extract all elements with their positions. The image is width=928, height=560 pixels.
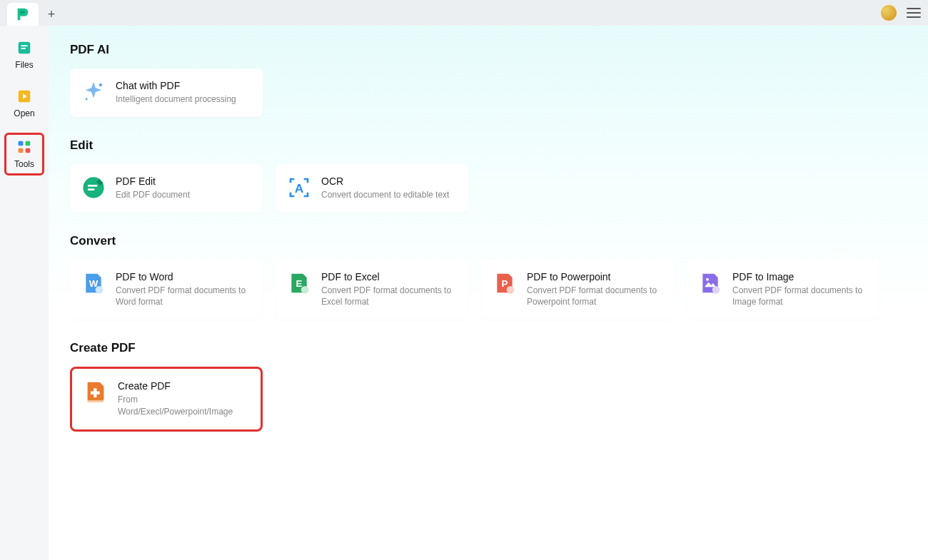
sparkle-icon (81, 80, 106, 104)
app-logo-icon (15, 6, 31, 22)
svg-rect-5 (19, 141, 24, 146)
card-title: PDF to Powerpoint (527, 271, 662, 282)
card-title: PDF Edit (116, 175, 190, 187)
main-area: Files Open Tools PDF AI Chat with PDF (0, 26, 928, 560)
card-row: W PDF to Word Convert PDF format documen… (70, 260, 907, 320)
image-icon (698, 271, 722, 295)
svg-rect-12 (88, 185, 97, 187)
create-pdf-icon (84, 380, 108, 404)
card-desc: From Word/Execl/Powerpoint/Image (118, 394, 249, 418)
svg-point-9 (99, 83, 102, 86)
svg-text:E: E (296, 278, 303, 289)
svg-rect-26 (91, 392, 100, 394)
titlebar: + (0, 0, 928, 26)
hamburger-menu-icon[interactable] (907, 6, 921, 20)
files-icon (16, 40, 32, 56)
card-text: PDF to Word Convert PDF format documents… (116, 271, 251, 309)
card-text: PDF Edit Edit PDF document (116, 175, 190, 201)
card-text: PDF to Excel Convert PDF format document… (321, 271, 457, 309)
powerpoint-icon: P (493, 271, 517, 295)
word-icon: W (81, 271, 106, 295)
card-title: PDF to Word (116, 271, 251, 282)
svg-text:A: A (295, 180, 304, 195)
user-avatar[interactable] (881, 5, 897, 21)
card-text: Create PDF From Word/Execl/Powerpoint/Im… (118, 380, 249, 418)
card-pdf-to-image[interactable]: PDF to Image Convert PDF format document… (687, 260, 879, 320)
card-desc: Convert document to editable text (321, 189, 449, 201)
card-row: Chat with PDF Intelligent document proce… (70, 68, 907, 117)
sidebar-item-label: Files (15, 60, 33, 70)
card-pdf-to-powerpoint[interactable]: P PDF to Powerpoint Convert PDF format d… (481, 260, 674, 320)
card-desc: Convert PDF format documents to Image fo… (732, 285, 868, 309)
card-title: Create PDF (118, 380, 249, 392)
card-desc: Convert PDF format documents to Word for… (116, 285, 251, 309)
svg-rect-7 (19, 148, 24, 153)
open-icon (16, 88, 32, 104)
card-desc: Intelligent document processing (116, 93, 236, 106)
sidebar-item-tools[interactable]: Tools (4, 133, 44, 175)
card-text: PDF to Image Convert PDF format document… (732, 271, 868, 309)
svg-rect-1 (21, 45, 27, 46)
svg-point-21 (507, 286, 515, 294)
svg-point-24 (712, 286, 720, 294)
svg-rect-13 (88, 188, 94, 190)
svg-rect-6 (26, 141, 31, 146)
card-title: OCR (321, 175, 449, 187)
ocr-icon: A (287, 175, 311, 200)
card-desc: Convert PDF format documents to Excel fo… (321, 285, 457, 309)
svg-rect-2 (21, 48, 25, 49)
card-text: OCR Convert document to editable text (321, 175, 449, 201)
app-home-tab[interactable] (7, 3, 39, 26)
card-title: Chat with PDF (116, 80, 236, 91)
titlebar-left: + (7, 0, 64, 26)
section-title-createpdf: Create PDF (70, 341, 907, 355)
sidebar-item-open[interactable]: Open (4, 84, 44, 123)
svg-point-19 (301, 286, 309, 294)
card-chat-with-pdf[interactable]: Chat with PDF Intelligent document proce… (70, 68, 263, 117)
sidebar-item-label: Tools (14, 159, 34, 169)
pdf-edit-icon (81, 175, 106, 200)
titlebar-right (881, 5, 921, 21)
svg-rect-8 (26, 148, 31, 153)
card-title: PDF to Excel (321, 271, 457, 282)
card-row: Create PDF From Word/Execl/Powerpoint/Im… (70, 367, 907, 432)
card-pdf-to-excel[interactable]: E PDF to Excel Convert PDF format docume… (276, 260, 468, 320)
svg-text:P: P (502, 278, 508, 289)
sidebar-item-files[interactable]: Files (4, 36, 44, 74)
card-desc: Edit PDF document (116, 189, 190, 201)
card-create-pdf[interactable]: Create PDF From Word/Execl/Powerpoint/Im… (70, 367, 263, 432)
svg-point-23 (706, 278, 709, 280)
card-pdf-edit[interactable]: PDF Edit Edit PDF document (70, 164, 263, 213)
content-panel: PDF AI Chat with PDF Intelligent documen… (49, 26, 928, 560)
tools-icon (16, 139, 32, 155)
sidebar: Files Open Tools (0, 26, 49, 560)
svg-point-10 (86, 98, 88, 101)
card-desc: Convert PDF format documents to Powerpoi… (527, 285, 662, 309)
card-row: PDF Edit Edit PDF document A OCR Convert… (70, 164, 907, 213)
new-tab-button[interactable]: + (39, 3, 64, 26)
section-title-pdfai: PDF AI (70, 43, 907, 57)
card-text: PDF to Powerpoint Convert PDF format doc… (527, 271, 662, 309)
excel-icon: E (287, 271, 311, 295)
card-title: PDF to Image (732, 271, 868, 282)
section-title-convert: Convert (70, 234, 907, 248)
svg-point-11 (83, 177, 104, 198)
card-pdf-to-word[interactable]: W PDF to Word Convert PDF format documen… (70, 260, 263, 320)
section-title-edit: Edit (70, 138, 907, 153)
card-text: Chat with PDF Intelligent document proce… (116, 80, 236, 106)
card-ocr[interactable]: A OCR Convert document to editable text (276, 164, 468, 213)
svg-point-17 (96, 286, 104, 294)
sidebar-item-label: Open (14, 108, 34, 118)
